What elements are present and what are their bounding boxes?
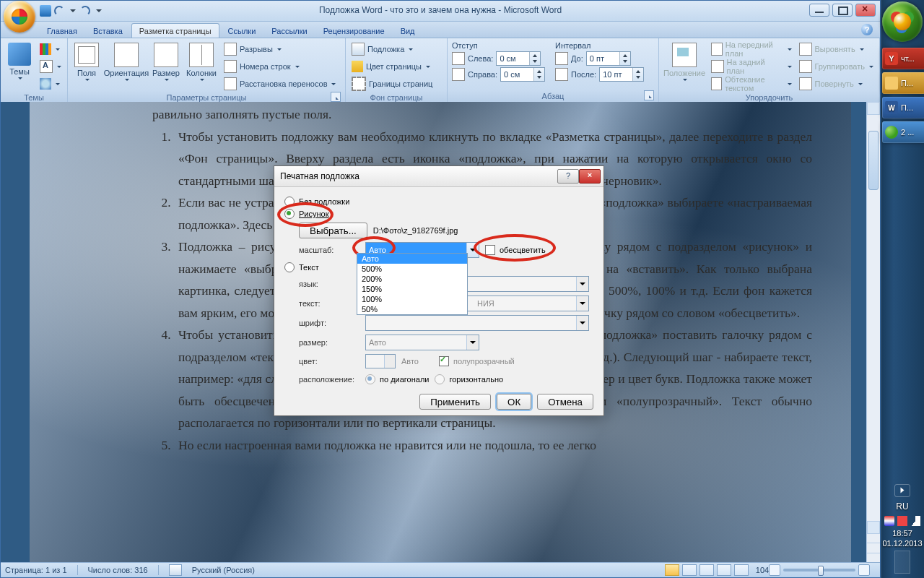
group-page-setup: Поля Ориентация Размер Колонки Разрывы Н… (68, 38, 346, 103)
selected-file-path: D:\Фото\z_9182769f.jpg (373, 226, 458, 235)
network-icon[interactable] (897, 516, 907, 526)
spacing-before-field[interactable]: До:0 пт (555, 51, 644, 66)
status-language[interactable]: Русский (Россия) (192, 566, 255, 574)
minimize-button[interactable] (809, 4, 829, 17)
indent-right-field[interactable]: Справа:0 см (452, 67, 545, 82)
dialog-help-button[interactable]: ? (557, 169, 579, 184)
spacing-after-field[interactable]: После:10 пт (555, 67, 644, 82)
taskbar-item-messenger[interactable]: 2 ... (882, 121, 924, 143)
dropdown-option[interactable]: Авто (357, 254, 467, 264)
dropdown-option[interactable]: 50% (357, 304, 467, 314)
chevron-down-icon (576, 277, 588, 291)
tray-overflow-button[interactable] (894, 484, 910, 497)
tray-date[interactable]: 01.12.2013 (881, 539, 924, 548)
start-button[interactable] (882, 1, 923, 42)
fonts-icon (40, 60, 53, 73)
volume-icon[interactable] (910, 516, 920, 526)
dropdown-option[interactable]: 200% (357, 274, 467, 284)
zoom-handle[interactable] (818, 566, 824, 576)
vertical-scrollbar[interactable] (866, 102, 880, 563)
page-borders-button[interactable]: Границы страниц (350, 76, 434, 92)
scroll-down-button[interactable] (867, 521, 880, 534)
close-button[interactable] (855, 4, 876, 17)
dialog-close-button[interactable]: × (579, 169, 601, 184)
title-bar: Подложка Word - что это и зачем она нужн… (1, 1, 880, 22)
action-center-icon[interactable] (884, 516, 894, 526)
list-item: Но если настроенная вами подложка не нра… (174, 434, 812, 457)
tab-references[interactable]: Ссылки (221, 24, 263, 38)
tab-view[interactable]: Вид (393, 24, 422, 38)
dropdown-option[interactable]: 500% (357, 264, 467, 274)
tab-review[interactable]: Рецензирование (316, 24, 392, 38)
size-button[interactable]: Размер (152, 41, 180, 81)
status-proofing-icon[interactable] (169, 564, 182, 576)
align-button: Выровнять (798, 41, 876, 57)
themes-button[interactable]: Темы (5, 41, 34, 79)
zoom-slider[interactable] (783, 569, 855, 571)
tray-language[interactable]: RU (881, 501, 924, 512)
spacing-before-icon (555, 52, 568, 65)
office-button[interactable] (4, 1, 35, 33)
taskbar-item-yandex[interactable]: чт... (882, 48, 924, 69)
radio-icon (365, 374, 375, 384)
theme-fonts-button[interactable] (38, 59, 63, 74)
status-page[interactable]: Страница: 1 из 1 (5, 566, 67, 574)
word-window: Подложка Word - что это и зачем она нужн… (0, 0, 881, 578)
dropdown-option[interactable]: 150% (357, 284, 467, 294)
view-outline[interactable] (717, 564, 731, 576)
window-title: Подложка Word - что это и зачем она нужн… (1, 5, 880, 15)
view-print-layout[interactable] (665, 564, 679, 576)
tab-mailings[interactable]: Рассылки (264, 24, 314, 38)
dialog-title: Печатная подложка (280, 171, 359, 181)
apply-button[interactable]: Применить (419, 394, 491, 410)
radio-no-watermark[interactable]: Без подложки (284, 197, 593, 207)
columns-button[interactable]: Колонки (185, 41, 218, 81)
paragraph-launcher[interactable] (644, 90, 654, 100)
dialog-titlebar[interactable]: Печатная подложка ? × (274, 166, 603, 187)
watermark-dialog: Печатная подложка ? × Без подложки Рисун… (274, 165, 604, 416)
taskbar-item-folder[interactable]: П... (882, 72, 924, 94)
scroll-up-button[interactable] (867, 102, 880, 115)
status-bar: Страница: 1 из 1 Число слов: 316 Русский… (1, 562, 880, 577)
hyphenation-icon (224, 77, 237, 90)
tab-home[interactable]: Главная (40, 24, 84, 38)
tray-time[interactable]: 18:57 (881, 529, 924, 538)
indent-left-field[interactable]: Слева:0 см (452, 51, 545, 66)
label-language: язык: (299, 280, 359, 288)
status-words[interactable]: Число слов: 316 (88, 566, 148, 574)
indent-left-icon (452, 52, 465, 65)
orientation-button[interactable]: Ориентация (105, 41, 147, 81)
tab-page-layout[interactable]: Разметка страницы (131, 23, 219, 38)
cancel-button[interactable]: Отмена (537, 394, 593, 410)
orientation-icon (114, 43, 139, 67)
taskbar-item-word[interactable]: П... (882, 97, 924, 118)
tab-insert[interactable]: Вставка (86, 24, 130, 38)
watermark-button[interactable]: Подложка (350, 41, 434, 57)
view-web-layout[interactable] (699, 564, 714, 576)
colors-icon (40, 43, 51, 55)
page-setup-launcher[interactable] (331, 92, 341, 102)
radio-icon (284, 262, 295, 272)
margins-button[interactable]: Поля (72, 41, 101, 81)
hyphenation-button[interactable]: Расстановка переносов (222, 76, 337, 92)
group-page-background: Подложка Цвет страницы Границы страниц Ф… (346, 38, 448, 103)
label-text: текст: (299, 299, 359, 308)
theme-effects-button[interactable] (38, 76, 63, 92)
scroll-thumb[interactable] (868, 131, 879, 190)
bring-front-button: На передний план (710, 41, 793, 57)
text-wrap-button: Обтекание текстом (710, 76, 793, 92)
dropdown-option[interactable]: 100% (357, 294, 467, 304)
line-numbers-button[interactable]: Номера строк (222, 59, 337, 74)
breaks-button[interactable]: Разрывы (222, 41, 337, 57)
theme-colors-button[interactable] (38, 41, 63, 57)
help-icon[interactable]: ? (861, 24, 873, 35)
ok-button[interactable]: ОК (497, 394, 531, 410)
page-color-button[interactable]: Цвет страницы (350, 59, 434, 74)
system-tray: RU 18:57 01.12.2013 (881, 480, 924, 574)
window-controls (809, 4, 876, 17)
maximize-button[interactable] (832, 4, 853, 17)
show-desktop-button[interactable] (894, 551, 910, 574)
position-button: Положение (663, 41, 705, 81)
view-full-screen[interactable] (682, 564, 697, 576)
view-draft[interactable] (734, 564, 749, 576)
